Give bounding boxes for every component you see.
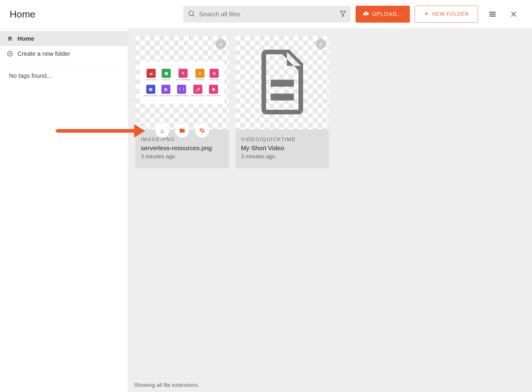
file-grid: ☁Amazon Cognito ▣Amazon S3 ✶Amazon Event… xyxy=(128,29,532,175)
file-type: VIDEO/QUICKTIME xyxy=(241,137,324,143)
svg-rect-13 xyxy=(271,80,294,87)
filter-icon[interactable] xyxy=(339,10,347,18)
search-bar[interactable] xyxy=(183,6,351,23)
tile-thumbnail: ☁Amazon Cognito ▣Amazon S3 ✶Amazon Event… xyxy=(135,36,229,129)
no-tags-label: No tags found... xyxy=(0,72,128,79)
file-tile[interactable]: ☁Amazon Cognito ▣Amazon S3 ✶Amazon Event… xyxy=(135,36,229,168)
list-view-button[interactable] xyxy=(486,8,499,21)
sidebar-item-home[interactable]: Home xyxy=(0,31,128,46)
svg-rect-14 xyxy=(271,93,294,100)
footer: Showing all file extensions. xyxy=(128,378,532,392)
svg-rect-6 xyxy=(489,14,496,15)
file-time: 3 minutes ago xyxy=(241,153,324,160)
new-folder-button[interactable]: NEW FOLDER xyxy=(415,6,478,23)
search-icon xyxy=(188,10,195,19)
sidebar-create-label: Create a new folder xyxy=(17,50,70,57)
plus-icon xyxy=(424,11,429,18)
download-button[interactable] xyxy=(155,123,169,138)
topbar: Home UPLOAD... NEW FOLDER xyxy=(0,0,532,28)
search-input[interactable] xyxy=(199,11,339,18)
file-name: serverless-resources.png xyxy=(141,144,223,152)
file-name: My Short Video xyxy=(241,144,324,152)
divider xyxy=(7,67,121,67)
plus-circle-icon xyxy=(7,50,14,57)
svg-rect-7 xyxy=(489,16,496,17)
upload-button[interactable]: UPLOAD... xyxy=(356,6,410,23)
close-button[interactable] xyxy=(507,8,520,21)
svg-point-0 xyxy=(189,11,193,15)
footer-text: Showing all file extensions. xyxy=(134,382,199,388)
image-preview: ☁Amazon Cognito ▣Amazon S3 ✶Amazon Event… xyxy=(140,62,224,104)
svg-line-1 xyxy=(193,15,195,17)
tile-hover-actions xyxy=(155,123,209,138)
sidebar-home-label: Home xyxy=(17,35,34,42)
upload-label: UPLOAD... xyxy=(372,11,403,17)
home-icon xyxy=(7,35,14,42)
cloud-upload-icon xyxy=(363,10,369,18)
tile-meta: VIDEO/QUICKTIME My Short Video 3 minutes… xyxy=(236,129,329,168)
svg-rect-5 xyxy=(489,12,496,13)
move-folder-button[interactable] xyxy=(175,123,189,138)
tile-thumbnail xyxy=(236,36,329,129)
file-tile[interactable]: VIDEO/QUICKTIME My Short Video 3 minutes… xyxy=(236,36,329,168)
svg-marker-2 xyxy=(340,11,346,17)
settings-button[interactable] xyxy=(195,123,209,138)
main-area: ☁Amazon Cognito ▣Amazon S3 ✶Amazon Event… xyxy=(128,29,532,392)
sidebar-item-create-folder[interactable]: Create a new folder xyxy=(0,46,128,61)
file-time: 3 minutes ago xyxy=(141,153,223,160)
new-folder-label: NEW FOLDER xyxy=(432,11,469,17)
content: Home Create a new folder No tags found..… xyxy=(0,28,532,392)
select-check-icon[interactable] xyxy=(316,39,326,49)
page-title: Home xyxy=(10,9,179,20)
sidebar: Home Create a new folder No tags found..… xyxy=(0,29,128,392)
select-check-icon[interactable] xyxy=(216,39,226,49)
file-generic-icon xyxy=(254,47,311,118)
